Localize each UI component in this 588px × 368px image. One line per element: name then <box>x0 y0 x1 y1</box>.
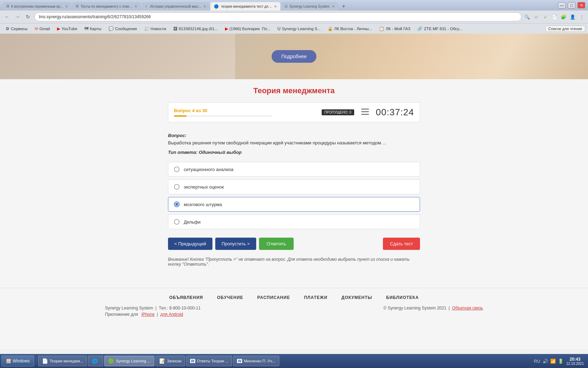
search-icon[interactable]: 🔍 <box>524 13 531 20</box>
title-bar: Я К внутренним переменным ор... ✕ Я Тест… <box>0 0 588 11</box>
submit-button[interactable]: Сдать тест <box>383 238 420 250</box>
details-button[interactable]: Подробнее <box>272 50 317 63</box>
footer-info: Synergy Learning System | Тел.: 8-800-10… <box>0 306 588 317</box>
new-tab-button[interactable]: + <box>339 2 349 11</box>
answer-option-3[interactable]: мозгового штурма <box>168 197 420 212</box>
reading-list-button[interactable]: Список для чтения <box>545 26 585 32</box>
bookmark-lk-vostok[interactable]: 🔒 ЛК Восток - Личны... <box>325 26 375 32</box>
bookmark-youtube[interactable]: ▶ YouTube <box>54 26 80 32</box>
skip-button[interactable]: Пропустить > <box>215 238 256 250</box>
tab-favicon-1: Я <box>6 4 9 8</box>
progress-bar-fill <box>174 115 187 117</box>
answer-button[interactable]: Ответить <box>259 238 294 250</box>
forward-button[interactable]: → <box>13 13 22 21</box>
footer-apps: Приложение для iPhone | для Android <box>105 312 201 317</box>
bookmark-youtube-label: YouTube <box>62 27 77 31</box>
page-title: Теория менеджмента <box>168 86 420 95</box>
close-button[interactable]: ✕ <box>578 2 585 8</box>
tab-close-3[interactable]: ✕ <box>203 5 206 8</box>
profile-icon[interactable]: 👤 <box>569 13 576 20</box>
footer-link-library[interactable]: БИБЛИОТЕКА <box>386 295 419 300</box>
services-icon: ⚙ <box>6 26 9 31</box>
tab-4[interactable]: 🔵 теория менеджмента тест для... ✕ <box>210 2 280 11</box>
bookmark-photo[interactable]: 🖼 8133832146.jpg (61... <box>170 26 221 32</box>
bookmarks-bar: ⚙ Сервисы ✉ Gmail ▶ YouTube 🗺 Карты 💬 Со… <box>0 23 588 34</box>
tab-close-4[interactable]: ✕ <box>274 5 277 8</box>
reload-button[interactable]: ↻ <box>24 13 32 21</box>
address-icons: 🔍 ☆ ✓ 📄 🧩 👤 ⋮ <box>524 13 585 20</box>
tab-close-1[interactable]: ✕ <box>65 5 68 8</box>
answer-text-2: экспертных оценок <box>184 184 224 190</box>
tab-3[interactable]: ✓ История управленческой мыс... ✕ <box>141 2 210 11</box>
svg-rect-2 <box>361 114 369 115</box>
tab-favicon-3: ✓ <box>145 4 148 9</box>
tab-1[interactable]: Я К внутренним переменным ор... ✕ <box>3 2 71 11</box>
copyright: © Synergy Learning System 2021 <box>384 306 447 311</box>
iphone-link[interactable]: iPhone <box>141 312 154 317</box>
answer-text-3: мозгового штурма <box>184 202 222 207</box>
bookmark-synergy[interactable]: U Synergy Learning S... <box>275 26 323 32</box>
tab-label-4: теория менеджмента тест для... <box>221 5 272 8</box>
bookmark-star-icon[interactable]: ☆ <box>533 13 540 20</box>
radio-2[interactable] <box>174 184 180 190</box>
tab-2[interactable]: Я Тесты по менеджменту с отве... ✕ <box>72 2 140 11</box>
bookmark-moy-gaz[interactable]: 📋 ЛК - Мой ГАЗ <box>376 26 413 32</box>
radio-1[interactable] <box>174 166 180 172</box>
answer-text-4: Дельфи <box>184 219 201 225</box>
bookmark-services[interactable]: ⚙ Сервисы <box>3 26 30 32</box>
main-content: Теория менеджмента Вопрос 4 из 30 ПРОПУЩ… <box>168 79 420 288</box>
android-link[interactable]: для Android <box>160 312 183 317</box>
bookmark-lk-vostok-label: ЛК Восток - Личны... <box>334 27 372 31</box>
company-name: Synergy Learning System <box>105 306 153 311</box>
bookmark-gmail[interactable]: ✉ Gmail <box>32 26 53 32</box>
question-body: Вопрос: Выработка решения путем свободно… <box>168 129 420 281</box>
footer-link-payments[interactable]: ПЛАТЕЖИ <box>304 295 328 300</box>
footer-info-left: Synergy Learning System | Тел.: 8-800-10… <box>105 306 201 317</box>
radio-3[interactable] <box>174 202 180 207</box>
extensions-icon[interactable]: 🧩 <box>560 13 567 20</box>
tab-close-5[interactable]: ✕ <box>332 5 335 8</box>
bookmark-zte-label: ZTE MF 831 - Обсу... <box>424 27 462 31</box>
footer-link-study[interactable]: ОБУЧЕНИЕ <box>217 295 243 300</box>
tab-label-3: История управленческой мыс... <box>150 5 202 8</box>
moy-gaz-icon: 📋 <box>379 26 384 31</box>
bookmark-zte[interactable]: 🔗 ZTE MF 831 - Обсу... <box>414 26 465 32</box>
radio-4[interactable] <box>174 219 180 225</box>
pdf-icon[interactable]: 📄 <box>551 13 558 20</box>
bookmark-maps[interactable]: 🗺 Карты <box>82 26 104 32</box>
tab-label-2: Тесты по менеджменту с отве... <box>80 5 132 8</box>
question-progress: Вопрос 4 из 30 <box>174 108 315 117</box>
photo-icon: 🖼 <box>173 26 177 31</box>
back-button[interactable]: ← <box>3 13 11 21</box>
svg-rect-1 <box>361 111 369 112</box>
footer-company: Synergy Learning System | Тел.: 8-800-10… <box>105 306 201 311</box>
tab-close-2[interactable]: ✕ <box>134 5 137 8</box>
answer-option-1[interactable]: ситуационного анализа <box>168 162 420 177</box>
svg-rect-3 <box>363 109 366 110</box>
footer-link-documents[interactable]: ДОКУМЕНТЫ <box>342 295 372 300</box>
messages-icon: 💬 <box>108 26 114 31</box>
bookmark-messages[interactable]: 💬 Сообщения <box>106 26 140 32</box>
progress-bar-background <box>174 115 272 117</box>
address-bar: ← → ↻ 🔍 ☆ ✓ 📄 🧩 👤 ⋮ <box>0 11 588 23</box>
skipped-badge: ПРОПУЩЕНО: 0 <box>322 109 354 115</box>
minimize-button[interactable]: — <box>558 2 566 8</box>
maps-icon: 🗺 <box>84 26 89 31</box>
menu-icon[interactable]: ⋮ <box>578 13 585 20</box>
buttons-row: < Предыдущий Пропустить > Ответить Сдать… <box>168 238 420 250</box>
bookmark-video[interactable]: ▶ (1966) Болгария. Пл... <box>222 26 273 32</box>
bookmark-news[interactable]: 📰 Новости <box>141 26 169 32</box>
footer-links: ОБЪЯВЛЕНИЯ ОБУЧЕНИЕ РАСПИСАНИЕ ПЛАТЕЖИ Д… <box>0 295 588 300</box>
footer-link-schedule[interactable]: РАСПИСАНИЕ <box>257 295 290 300</box>
video-icon: ▶ <box>225 26 228 31</box>
tab-5[interactable]: U Synergy Learning System ✕ <box>281 2 338 11</box>
footer-link-announcements[interactable]: ОБЪЯВЛЕНИЯ <box>169 295 203 300</box>
address-input[interactable] <box>34 12 522 21</box>
prev-button[interactable]: < Предыдущий <box>168 238 212 250</box>
answer-option-4[interactable]: Дельфи <box>168 214 420 229</box>
maximize-button[interactable]: □ <box>568 2 575 8</box>
answer-option-2[interactable]: экспертных оценок <box>168 179 420 194</box>
question-menu-icon[interactable] <box>361 108 369 117</box>
feedback-link[interactable]: Обратная связь <box>452 306 483 311</box>
security-icon: ✓ <box>542 13 549 20</box>
